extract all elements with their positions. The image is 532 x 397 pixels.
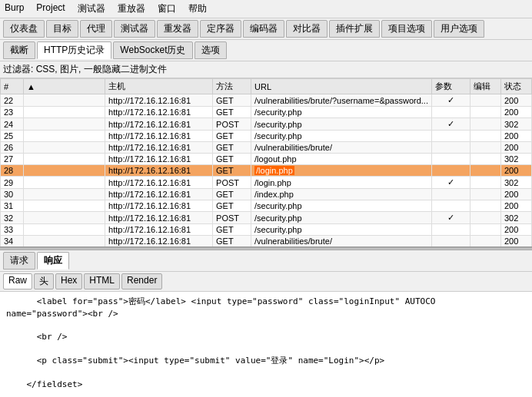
row-host: http://172.16.12.16:81 xyxy=(105,131,213,142)
tab-hex[interactable]: Hex xyxy=(55,273,82,289)
tab-headers[interactable]: 头 xyxy=(34,273,54,289)
table-row[interactable]: 32 http://172.16.12.16:81 POST /security… xyxy=(1,212,532,224)
col-header-arrow[interactable]: ▲ xyxy=(24,79,105,94)
row-host: http://172.16.12.16:81 xyxy=(105,189,213,200)
table-row[interactable]: 26 http://172.16.12.16:81 GET /vulnerabi… xyxy=(1,142,532,154)
row-params xyxy=(432,107,470,118)
table-row[interactable]: 27 http://172.16.12.16:81 GET /logout.ph… xyxy=(1,154,532,165)
response-line xyxy=(6,367,526,379)
row-num: 34 xyxy=(1,236,24,247)
row-host: http://172.16.12.16:81 xyxy=(105,224,213,236)
row-method: GET xyxy=(213,142,251,154)
response-line xyxy=(6,390,526,397)
table-row[interactable]: 34 http://172.16.12.16:81 GET /vulnerabi… xyxy=(1,236,532,247)
col-header-edit[interactable]: 编辑 xyxy=(470,79,501,94)
tab-comparer[interactable]: 对比器 xyxy=(286,20,328,38)
tab-options[interactable]: 选项 xyxy=(195,41,227,59)
response-line: <p class="submit"><input type="submit" v… xyxy=(6,354,526,367)
tab-proxy[interactable]: 代理 xyxy=(80,20,112,38)
col-header-method[interactable]: 方法 xyxy=(213,79,251,94)
col-header-num[interactable]: # xyxy=(1,79,24,94)
tab-dashboard[interactable]: 仪表盘 xyxy=(3,20,45,38)
tab-target[interactable]: 目标 xyxy=(46,20,78,38)
url-cell: /security.php xyxy=(251,224,432,236)
row-icon xyxy=(24,131,105,142)
row-status: 302 xyxy=(501,177,532,189)
menu-repeater[interactable]: 重放器 xyxy=(116,2,147,16)
tab-request[interactable]: 请求 xyxy=(3,252,35,270)
row-params xyxy=(432,236,470,247)
row-edit xyxy=(470,118,501,131)
menu-help[interactable]: 帮助 xyxy=(187,2,208,16)
row-method: GET xyxy=(213,224,251,236)
tab-response[interactable]: 响应 xyxy=(37,252,69,270)
table-row[interactable]: 31 http://172.16.12.16:81 GET /security.… xyxy=(1,200,532,212)
row-edit xyxy=(470,189,501,200)
row-host: http://172.16.12.16:81 xyxy=(105,165,213,177)
tab-user-options[interactable]: 用户选项 xyxy=(434,20,484,38)
tab-decoder[interactable]: 编码器 xyxy=(243,20,284,38)
tab-websocket-history[interactable]: WebSocket历史 xyxy=(113,41,192,59)
table-row[interactable]: 33 http://172.16.12.16:81 GET /security.… xyxy=(1,224,532,236)
menu-window[interactable]: 窗口 xyxy=(156,2,178,16)
row-status: 302 xyxy=(501,118,532,131)
url-cell: /security.php xyxy=(251,118,432,131)
tab-html[interactable]: HTML xyxy=(84,273,120,289)
table-row[interactable]: 23 http://172.16.12.16:81 GET /security.… xyxy=(1,107,532,118)
filter-bar[interactable]: 过滤器: CSS, 图片, 一般隐藏二进制文件 xyxy=(0,61,532,78)
tab-intruder[interactable]: 测试器 xyxy=(114,20,155,38)
col-header-params[interactable]: 参数 xyxy=(432,79,470,94)
table-row[interactable]: 30 http://172.16.12.16:81 GET /index.php… xyxy=(1,189,532,200)
table-row[interactable]: 25 http://172.16.12.16:81 GET /security.… xyxy=(1,131,532,142)
table-row[interactable]: 24 http://172.16.12.16:81 POST /security… xyxy=(1,118,532,131)
row-params xyxy=(432,142,470,154)
row-host: http://172.16.12.16:81 xyxy=(105,142,213,154)
menu-burp[interactable]: Burp xyxy=(3,2,25,16)
menu-bar: Burp Project 测试器 重放器 窗口 帮助 xyxy=(0,0,532,18)
row-status: 200 xyxy=(501,200,532,212)
row-num: 32 xyxy=(1,212,24,224)
tab-render[interactable]: Render xyxy=(121,273,162,289)
row-edit xyxy=(470,212,501,224)
row-status: 200 xyxy=(501,107,532,118)
row-params xyxy=(432,154,470,165)
tab-intercept[interactable]: 截断 xyxy=(3,41,35,59)
tab-project-options[interactable]: 项目选项 xyxy=(381,20,432,38)
row-status: 200 xyxy=(501,189,532,200)
col-header-url[interactable]: URL xyxy=(251,79,432,94)
row-num: 28 xyxy=(1,165,24,177)
row-host: http://172.16.12.16:81 xyxy=(105,94,213,107)
tab-raw[interactable]: Raw xyxy=(3,273,32,289)
url-cell: /vulnerabilities/brute/?username=&passwo… xyxy=(251,94,432,107)
view-tabs: Raw 头 Hex HTML Render xyxy=(0,272,532,292)
menu-tester[interactable]: 测试器 xyxy=(76,2,107,16)
table-row[interactable]: 28 http://172.16.12.16:81 GET /login.php… xyxy=(1,165,532,177)
row-edit xyxy=(470,236,501,247)
row-host: http://172.16.12.16:81 xyxy=(105,212,213,224)
response-line: <br /> xyxy=(6,331,526,342)
col-header-status[interactable]: 状态 xyxy=(501,79,532,94)
table-row[interactable]: 29 http://172.16.12.16:81 POST /login.ph… xyxy=(1,177,532,189)
row-icon xyxy=(24,118,105,131)
tab-sequencer[interactable]: 定序器 xyxy=(200,20,241,38)
row-num: 26 xyxy=(1,142,24,154)
row-icon xyxy=(24,236,105,247)
row-num: 24 xyxy=(1,118,24,131)
row-method: GET xyxy=(213,154,251,165)
response-line xyxy=(6,342,526,354)
tab-http-history[interactable]: HTTP历史记录 xyxy=(37,41,111,59)
main-tab-bar: 截断 HTTP历史记录 WebSocket历史 选项 xyxy=(0,40,532,61)
table-row[interactable]: 22 http://172.16.12.16:81 GET /vulnerabi… xyxy=(1,94,532,107)
row-status: 302 xyxy=(501,212,532,224)
tab-extensions[interactable]: 插件扩展 xyxy=(329,20,380,38)
menu-project[interactable]: Project xyxy=(35,2,66,16)
row-host: http://172.16.12.16:81 xyxy=(105,107,213,118)
tab-repeater[interactable]: 重发器 xyxy=(157,20,198,38)
row-edit xyxy=(470,154,501,165)
http-history-table-container: # ▲ 主机 方法 URL 参数 编辑 状态 22 http://172.16.… xyxy=(0,78,532,247)
col-header-host[interactable]: 主机 xyxy=(105,79,213,94)
url-cell: /security.php xyxy=(251,212,432,224)
row-host: http://172.16.12.16:81 xyxy=(105,118,213,131)
row-status: 200 xyxy=(501,236,532,247)
url-cell: /logout.php xyxy=(251,154,432,165)
